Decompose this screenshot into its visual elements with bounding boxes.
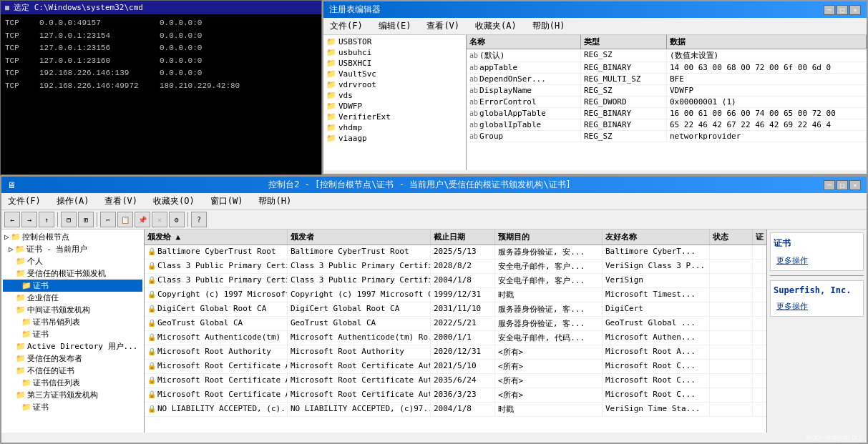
folder-icon: 📁 [326, 91, 336, 100]
action-more-2[interactable]: 更多操作 [774, 300, 860, 313]
mmc-close-button[interactable]: ✕ [849, 180, 861, 190]
help-button[interactable]: ? [191, 212, 207, 227]
tree-item[interactable]: 📁受信任的发布者 [3, 352, 142, 365]
tree-item[interactable]: 📁第三方证书颁发机构 [3, 389, 142, 401]
col-status[interactable]: 状态 [710, 230, 753, 245]
tree-item[interactable]: 📁个人 [3, 255, 142, 267]
tree-item[interactable]: 📁Active Directory 用户... [3, 340, 142, 352]
new-window-button[interactable]: ⊞ [78, 212, 94, 227]
reg-tree-item[interactable]: 📁viaagp [325, 133, 464, 144]
cut-button[interactable]: ✂ [100, 212, 116, 227]
reg-tree-item[interactable]: 📁VerifierExt [325, 112, 464, 122]
cert-row[interactable]: 🔒Microsoft Authenticode(tm) ... Microsof… [145, 331, 766, 345]
reg-entry-name: abDisplayName [467, 85, 581, 96]
mmc-menu-item[interactable]: 帮助(H) [256, 194, 293, 208]
cert-row[interactable]: 🔒Baltimore CyberTrust Root Baltimore Cyb… [145, 245, 766, 260]
back-button[interactable]: ← [4, 212, 20, 227]
cert-row[interactable]: 🔒Microsoft Root Certificate A... Microso… [145, 360, 766, 374]
cert-issued-to: 🔒GeoTrust Global CA [145, 317, 288, 330]
tree-item[interactable]: 📁企业信任 [3, 292, 142, 304]
properties-button[interactable]: ⚙ [169, 212, 185, 227]
reg-tree-item[interactable]: 📁VaultSvc [325, 69, 464, 79]
reg-menu-item[interactable]: 编辑(E) [376, 19, 414, 33]
col-cert[interactable]: 证 [753, 230, 766, 245]
minimize-button[interactable]: ─ [824, 5, 835, 15]
tree-item[interactable]: 📁中间证书颁发机构 [3, 304, 142, 316]
tree-item[interactable]: 📁证书 [3, 328, 142, 340]
col-purpose[interactable]: 预期目的 [495, 230, 603, 245]
cert-row[interactable]: 🔒Class 3 Public Primary Certifi... Class… [145, 260, 766, 274]
folder-icon: 📁 [326, 123, 336, 132]
tree-item[interactable]: 📁受信任的根证书颁发机 [3, 267, 142, 280]
mmc-menu-item[interactable]: 窗口(W) [208, 194, 245, 208]
reg-detail-row[interactable]: abglobalAppTableREG_BINARY16 00 61 00 66… [467, 108, 867, 119]
cert-icon: 🔒 [147, 347, 156, 355]
reg-detail-row[interactable]: abDependOnSer...REG_MULTI_SZBFE [467, 74, 867, 85]
cert-row[interactable]: 🔒Microsoft Root Certificate A... Microso… [145, 374, 766, 388]
mmc-menu-item[interactable]: 操作(A) [54, 194, 92, 208]
reg-detail-row[interactable]: abErrorControlREG_DWORD0x00000001 (1) [467, 97, 867, 108]
paste-button[interactable]: 📌 [135, 212, 150, 227]
reg-tree-item[interactable]: 📁USBXHCI [325, 58, 464, 69]
mmc-maximize-button[interactable]: □ [837, 180, 848, 190]
reg-menu-item[interactable]: 帮助(H) [530, 19, 567, 33]
tree-expand-icon: ▷ [4, 232, 9, 242]
cert-row[interactable]: 🔒GeoTrust Global CA GeoTrust Global CA 2… [145, 317, 766, 331]
mmc-menu-item[interactable]: 文件(F) [6, 194, 43, 208]
reg-tree-item[interactable]: 📁vdrvroot [325, 79, 464, 90]
reg-tree-item[interactable]: 📁usbuhci [325, 47, 464, 58]
toolbar-separator-1 [57, 212, 58, 227]
cert-row[interactable]: 🔒Class 3 Public Primary Certifi... Class… [145, 274, 766, 288]
cert-row[interactable]: 🔒Copyright (c) 1997 Microsoft C... Copyr… [145, 288, 766, 302]
delete-button[interactable]: ✕ [152, 212, 167, 227]
reg-tree-item[interactable]: 📁VDWFP [325, 101, 464, 112]
close-button[interactable]: ✕ [849, 5, 861, 15]
mmc-minimize-button[interactable]: ─ [824, 180, 835, 190]
maximize-button[interactable]: □ [837, 5, 848, 15]
cert-cert [753, 403, 766, 416]
reg-detail-row[interactable]: abappTableREG_BINARY14 00 63 00 68 00 72… [467, 62, 867, 74]
reg-detail-row[interactable]: ab(默认)REG_SZ(数值未设置) [467, 49, 867, 62]
tree-item[interactable]: 📁证书吊销列表 [3, 316, 142, 328]
reg-menu-item[interactable]: 查看(V) [424, 19, 462, 33]
cert-row[interactable]: 🔒NO LIABILITY ACCEPTED, (c)... NO LIABIL… [145, 403, 766, 417]
copy-button[interactable]: 📋 [117, 212, 133, 227]
forward-button[interactable]: → [21, 212, 37, 227]
reg-tree-item[interactable]: 📁vds [325, 90, 464, 101]
cert-row[interactable]: 🔒Microsoft Root Authority Microsoft Root… [145, 345, 766, 360]
col-friendly[interactable]: 友好名称 [603, 230, 710, 245]
show-hide-button[interactable]: ⊟ [61, 212, 77, 227]
reg-menu-item[interactable]: 文件(F) [328, 19, 365, 33]
reg-tree-item[interactable]: 📁vhdmp [325, 122, 464, 133]
reg-detail-row[interactable]: abDisplayNameREG_SZVDWFP [467, 85, 867, 97]
cert-row[interactable]: 🔒Microsoft Root Certificate A... Microso… [145, 388, 766, 403]
reg-type-icon: ab [469, 51, 478, 59]
reg-detail-row[interactable]: abGroupREG_SZnetworkprovider [467, 131, 867, 142]
folder-icon: 📁 [326, 134, 336, 143]
tree-item[interactable]: 📁证书 [3, 401, 142, 413]
up-button[interactable]: ↑ [39, 212, 54, 227]
col-issued-by[interactable]: 颁发者 [288, 230, 431, 245]
cert-row[interactable]: 🔒DigiCert Global Root CA DigiCert Global… [145, 302, 766, 317]
mmc-menu-item[interactable]: 查看(V) [102, 194, 140, 208]
col-expiry[interactable]: 截止日期 [431, 230, 495, 245]
cert-purpose: 服务器身份验证, 安... [495, 245, 603, 259]
tree-item[interactable]: ▷📁证书 - 当前用户 [3, 243, 142, 255]
reg-menu-item[interactable]: 收藏夹(A) [473, 19, 519, 33]
folder-icon: 📁 [16, 269, 26, 278]
mmc-menu-item[interactable]: 收藏夹(O) [151, 194, 197, 208]
cert-status [710, 374, 753, 388]
tree-item[interactable]: ▷📁控制台根节点 [3, 231, 142, 243]
reg-tree-item[interactable]: 📁USBSTOR [325, 36, 464, 47]
reg-tree: 📁USBSTOR📁usbuhci📁USBXHCI📁VaultSvc📁vdrvro… [323, 35, 467, 170]
reg-tree-label: USBSTOR [338, 37, 371, 46]
cmd-row: TCP127.0.0.1:231540.0.0.0:0 [5, 30, 317, 43]
reg-detail-row[interactable]: abglobalIpTableREG_BINARY65 22 46 42 67 … [467, 119, 867, 131]
tree-label: Active Directory 用户... [27, 341, 137, 352]
action-more-1[interactable]: 更多操作 [774, 254, 860, 267]
col-issued-to[interactable]: 颁发给 ▲ [145, 230, 288, 245]
tree-item[interactable]: 📁证书 [3, 280, 142, 292]
tree-item[interactable]: 📁证书信任列表 [3, 377, 142, 389]
cert-friendly: Microsoft Root C... [603, 388, 710, 402]
tree-item[interactable]: 📁不信任的证书 [3, 365, 142, 377]
